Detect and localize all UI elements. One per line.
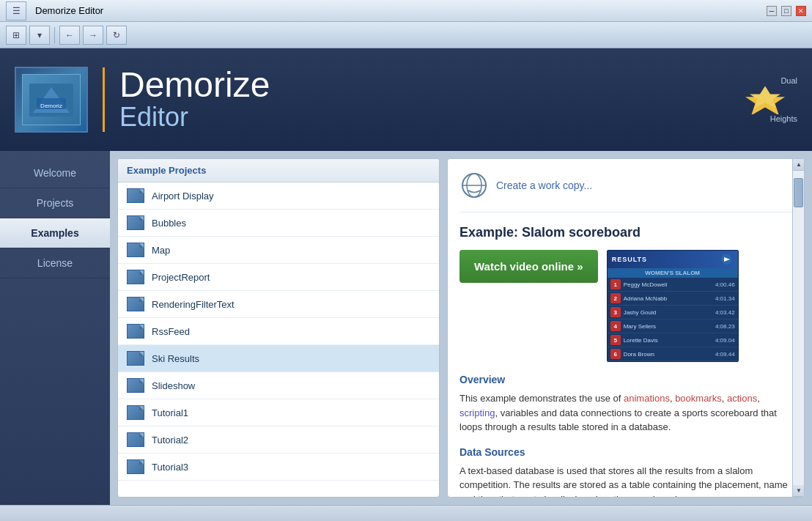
ski-preview: RESULTS WOMEN'S SLALOM 1 Peggy McDowell … <box>607 250 739 362</box>
scroll-track <box>793 171 804 485</box>
project-icon <box>127 378 144 393</box>
data-sources-header: Data Sources <box>459 446 792 458</box>
window-controls: ☰ <box>6 1 26 21</box>
project-name: Ski Results <box>152 353 199 364</box>
project-icon <box>127 215 144 230</box>
toolbar-arrow-btn[interactable]: ▾ <box>29 26 50 45</box>
project-icon <box>127 405 144 420</box>
project-icon <box>127 188 144 203</box>
ski-athlete-name: Lorette Davis <box>624 337 712 344</box>
sidebar-projects-label: Projects <box>37 197 74 209</box>
watch-video-btn[interactable]: Watch video online » <box>459 250 598 283</box>
project-name: Map <box>152 245 170 256</box>
ski-row: 2 Adriana McNabb 4:01.34 <box>608 292 738 306</box>
sidebar-item-license[interactable]: License <box>0 248 110 278</box>
ski-athlete-name: Jashy Gould <box>624 309 712 316</box>
toolbar-back-btn[interactable]: ← <box>59 26 80 45</box>
ski-position: 6 <box>610 349 621 359</box>
project-item[interactable]: Ski Results <box>118 345 439 372</box>
project-name: Tutorial3 <box>152 462 188 473</box>
svg-text:Demoriz: Demoriz <box>40 103 62 109</box>
project-name: Airport Display <box>152 191 214 202</box>
scroll-arrows: ▲ ▼ <box>792 159 804 497</box>
sidebar-examples-label: Examples <box>31 227 78 239</box>
detail-scroll-area[interactable]: Create a work copy... Example: Slalom sc… <box>448 159 804 497</box>
ski-athlete-name: Adriana McNabb <box>624 295 712 302</box>
toolbar-sep-1 <box>54 27 55 43</box>
close-btn[interactable]: ✕ <box>796 6 806 16</box>
ski-time: 4:03.42 <box>715 309 735 316</box>
work-copy-link[interactable]: Create a work copy... <box>496 180 592 191</box>
project-icon <box>127 432 144 447</box>
projects-list-container: Example Projects Airport Display Bubbles… <box>117 158 440 498</box>
project-name: RssFeed <box>152 326 190 337</box>
ski-athlete-name: Peggy McDowell <box>624 281 712 288</box>
project-name: ProjectReport <box>152 272 210 283</box>
project-name: Tutorial1 <box>152 407 188 418</box>
project-name: Slideshow <box>152 380 195 391</box>
ski-time: 4:01.34 <box>715 295 735 302</box>
overview-text: This example demonstrates the use of ani… <box>459 391 792 435</box>
app-header: Demoriz Demorize Editor Dual Heights <box>0 48 812 151</box>
project-item[interactable]: Map <box>118 237 439 264</box>
ski-row: 6 Dora Brown 4:09.44 <box>608 347 738 361</box>
sidebar-item-examples[interactable]: Examples <box>0 218 110 248</box>
project-icon <box>127 243 144 257</box>
project-icon <box>127 270 144 284</box>
toolbar: ⊞ ▾ ← → ↻ <box>0 22 812 48</box>
scroll-thumb[interactable] <box>794 178 803 207</box>
toolbar-forward-btn[interactable]: → <box>83 26 103 45</box>
sidebar-item-projects[interactable]: Projects <box>0 188 110 218</box>
project-icon <box>127 297 144 311</box>
ski-slalom-label: WOMEN'S SLALOM <box>608 268 738 278</box>
app-title-area: Demorize Editor <box>103 67 270 132</box>
project-item[interactable]: Bubbles <box>118 210 439 237</box>
sidebar-license-label: License <box>37 257 73 269</box>
ski-position: 5 <box>610 335 621 345</box>
project-icon <box>127 459 144 474</box>
project-item[interactable]: Tutorial3 <box>118 454 439 481</box>
brand-top: Dual <box>780 76 797 85</box>
ski-results-header: RESULTS <box>608 251 738 268</box>
project-icon <box>127 351 144 366</box>
ski-position: 1 <box>610 279 621 289</box>
projects-list-header: Example Projects <box>118 159 439 182</box>
sidebar: Welcome Projects Examples License <box>0 151 110 505</box>
project-item[interactable]: Slideshow <box>118 372 439 399</box>
project-item[interactable]: RenderingFilterText <box>118 291 439 318</box>
statusbar <box>0 505 812 521</box>
sidebar-welcome-label: Welcome <box>34 167 76 179</box>
ski-time: 4:00.46 <box>715 281 735 288</box>
ski-time: 4:09.44 <box>715 351 735 358</box>
window-title: Demorize Editor <box>35 5 103 16</box>
project-name: RenderingFilterText <box>152 299 235 310</box>
project-item[interactable]: RssFeed <box>118 318 439 345</box>
projects-list: Airport Display Bubbles Map ProjectRepor… <box>118 182 439 497</box>
project-item[interactable]: Tutorial2 <box>118 426 439 454</box>
dual-heights-logo: Dual Heights <box>739 76 797 123</box>
ski-time: 4:08.23 <box>715 323 735 330</box>
minimize-btn[interactable]: ─ <box>767 6 777 16</box>
scroll-down-arrow[interactable]: ▼ <box>793 485 805 497</box>
scroll-up-arrow[interactable]: ▲ <box>793 159 805 171</box>
project-item[interactable]: ProjectReport <box>118 264 439 291</box>
ski-athlete-name: Dora Brown <box>624 351 712 358</box>
ski-position: 4 <box>610 321 621 331</box>
sidebar-item-welcome[interactable]: Welcome <box>0 158 110 188</box>
ski-row: 4 Mary Sellers 4:08.23 <box>608 319 738 333</box>
project-name: Bubbles <box>152 218 186 229</box>
app-name-demorize: Demorize <box>119 67 270 103</box>
example-title: Example: Slalom scoreboard <box>459 224 792 241</box>
app-menu-btn[interactable]: ☰ <box>6 1 26 21</box>
toolbar-refresh-btn[interactable]: ↻ <box>106 26 127 45</box>
project-icon <box>127 324 144 339</box>
ski-row: 3 Jashy Gould 4:03.42 <box>608 306 738 319</box>
ski-athlete-name: Mary Sellers <box>624 323 712 330</box>
brand-bottom: Heights <box>770 114 797 123</box>
toolbar-grid-btn[interactable]: ⊞ <box>6 26 26 45</box>
project-name: Tutorial2 <box>152 435 188 446</box>
project-item[interactable]: Tutorial1 <box>118 399 439 426</box>
maximize-btn[interactable]: □ <box>781 6 791 16</box>
ski-row: 5 Lorette Davis 4:09.04 <box>608 333 738 347</box>
project-item[interactable]: Airport Display <box>118 182 439 210</box>
